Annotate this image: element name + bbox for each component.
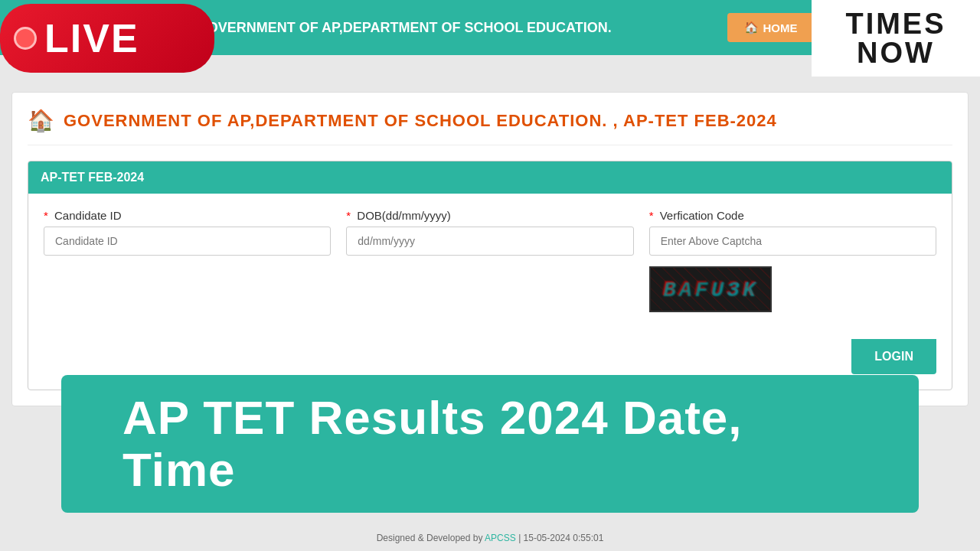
dob-input[interactable] [346,227,633,256]
page-header: 🏠 GOVERNMENT OF AP,DEPARTMENT OF SCHOOL … [28,108,952,145]
candidate-id-input[interactable] [44,227,331,256]
required-star-2: * [346,209,351,222]
form-header: AP-TET FEB-2024 [28,161,952,194]
times-now-logo: TIMES NOW [812,0,980,77]
page-title: GOVERNMENT OF AP,DEPARTMENT OF SCHOOL ED… [64,111,777,131]
home-icon: 🏠 [744,21,759,34]
required-star-1: * [44,209,48,222]
form-section: AP-TET FEB-2024 * Candidate ID * DOB(dd/… [28,161,952,390]
page-home-icon: 🏠 [28,108,54,133]
captcha-image: BAFU3K [649,266,772,312]
verification-label: * Verfication Code [649,209,936,222]
bottom-banner: AP TET Results 2024 Date, Time [61,375,919,513]
live-dot-icon [14,27,37,50]
footer-designed-by: Designed & Developed by [377,533,483,543]
candidate-id-group: * Candidate ID [44,209,331,256]
home-button[interactable]: 🏠 HOME [727,13,815,42]
verification-label-text: Verfication Code [660,209,744,222]
dob-label: * DOB(dd/mm/yyyy) [346,209,633,222]
footer-company-link[interactable]: APCSS [485,533,516,543]
footer-date: 15-05-2024 0:55:01 [524,533,604,543]
live-label: LIVE [44,18,139,58]
times-text: TIMES [845,9,946,38]
main-content: 🏠 GOVERNMENT OF AP,DEPARTMENT OF SCHOOL … [11,92,969,406]
bottom-banner-text: AP TET Results 2024 Date, Time [122,391,743,496]
captcha-background [651,268,770,311]
dob-group: * DOB(dd/mm/yyyy) [346,209,633,256]
candidate-id-label: * Candidate ID [44,209,331,222]
candidate-id-label-text: Candidate ID [54,209,122,222]
required-star-3: * [649,209,654,222]
live-badge: LIVE [0,4,214,73]
login-button[interactable]: LOGIN [851,339,936,374]
dob-label-text: DOB(dd/mm/yyyy) [357,209,451,222]
verification-group: * Verfication Code BAFU3K [649,209,936,312]
form-row: * Candidate ID * DOB(dd/mm/yyyy) [44,209,936,312]
home-label: HOME [763,21,798,34]
now-text: NOW [857,38,935,67]
form-body: * Candidate ID * DOB(dd/mm/yyyy) [28,194,952,339]
footer: Designed & Developed by APCSS | 15-05-20… [0,533,980,543]
verification-input[interactable] [649,227,936,256]
times-now-inner: TIMES NOW [845,9,946,67]
